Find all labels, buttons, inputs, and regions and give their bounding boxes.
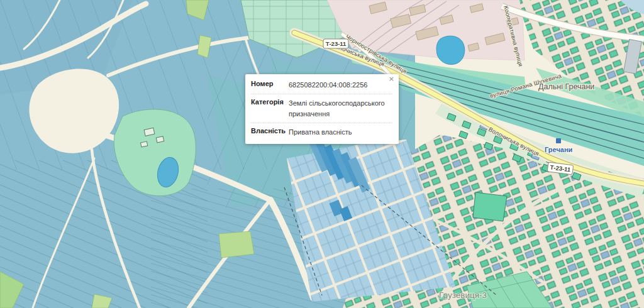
popup-row-number: Номер 6825082200:04:008:2256 <box>251 76 392 94</box>
cadastral-map-app: Волочиська вулиця Чорноострівська вулиця… <box>0 0 644 308</box>
map-canvas[interactable]: Волочиська вулиця Чорноострівська вулиця… <box>0 0 644 308</box>
industrial-pond <box>436 36 465 64</box>
field-label: Власність <box>251 127 289 138</box>
close-icon[interactable]: × <box>389 75 394 82</box>
popup-row-category: Категорія Землі сільськогосподарського п… <box>251 94 392 123</box>
place-label-dalni-hrechany: Дальні Гречани <box>538 82 594 91</box>
parcel-info-popup: × Номер 6825082200:04:008:2256 Категорія… <box>245 74 399 144</box>
field-value: 6825082200:04:008:2256 <box>289 80 392 91</box>
place-label-hruzevytsia: Грузевиця-3 <box>439 290 487 300</box>
field-value: Приватна власність <box>289 127 392 138</box>
popup-row-ownership: Власність Приватна власність <box>251 123 392 141</box>
station-icon <box>556 138 561 143</box>
field-value: Землі сільськогосподарського призначення <box>289 98 392 119</box>
road-badge-1: Т-23-11 <box>323 39 348 48</box>
field-label: Категорія <box>251 98 289 119</box>
station-label: Гречани <box>545 146 572 153</box>
svg-text:Т-23-11: Т-23-11 <box>326 40 347 47</box>
field-label: Номер <box>251 80 289 91</box>
park-block <box>473 192 507 221</box>
